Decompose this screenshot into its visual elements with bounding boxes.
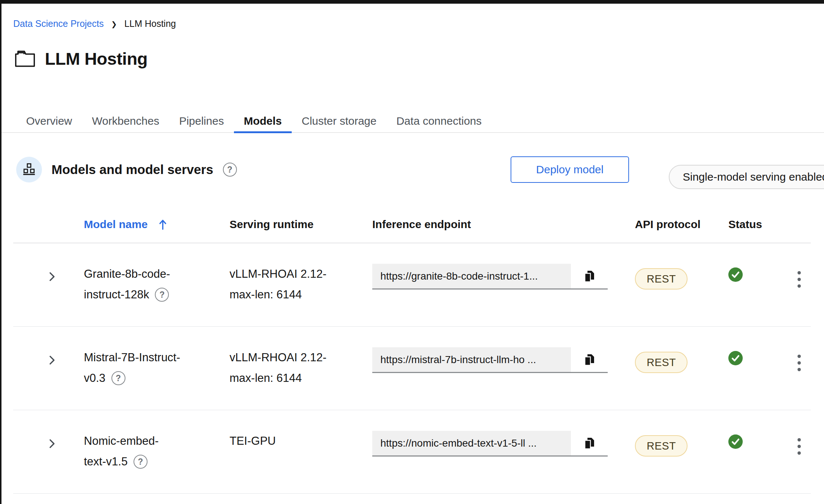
- serving-runtime-cell: TEI-GPU: [230, 410, 372, 493]
- tab-pipelines[interactable]: Pipelines: [169, 110, 234, 132]
- serving-runtime-cell: vLLM-RHOAI 2.12- max-len: 6144: [230, 327, 372, 410]
- copy-endpoint-button[interactable]: [571, 264, 608, 288]
- expand-row-button[interactable]: [47, 354, 57, 366]
- model-server-icon: [16, 157, 42, 182]
- project-folder-icon: [15, 50, 35, 67]
- table-row: Granite-8b-code- instruct-128k ? vLLM-RH…: [13, 243, 811, 327]
- section-title: Models and model servers: [52, 162, 213, 177]
- table-header-row: Model name Serving runtime Inference end…: [13, 206, 811, 243]
- model-help-icon[interactable]: ?: [111, 371, 125, 385]
- tab-models[interactable]: Models: [234, 110, 292, 132]
- kebab-menu-button[interactable]: [792, 352, 806, 410]
- table-row: Mistral-7B-Instruct- v0.3 ? vLLM-RHOAI 2…: [13, 327, 811, 410]
- project-tabs: Overview Workbenches Pipelines Models Cl…: [16, 110, 491, 132]
- model-help-icon[interactable]: ?: [155, 288, 169, 302]
- column-header-serving-runtime[interactable]: Serving runtime: [230, 218, 372, 231]
- copy-endpoint-button[interactable]: [571, 347, 608, 372]
- breadcrumb: Data Science Projects ❯ LLM Hosting: [13, 18, 176, 29]
- inference-endpoint-value[interactable]: https://granite-8b-code-instruct-1...: [372, 264, 571, 288]
- serving-mode-badge: Single-model serving enabled: [669, 165, 824, 189]
- section-help-icon[interactable]: ?: [223, 163, 237, 177]
- serving-runtime-cell: vLLM-RHOAI 2.12- max-len: 6144: [230, 243, 372, 326]
- column-header-status: Status: [728, 218, 787, 231]
- deploy-model-button[interactable]: Deploy model: [511, 156, 629, 183]
- expand-row-button[interactable]: [47, 437, 57, 450]
- tab-data-connections[interactable]: Data connections: [386, 110, 491, 132]
- api-protocol-badge: REST: [635, 268, 688, 290]
- status-success-icon: [728, 267, 743, 282]
- breadcrumb-link-projects[interactable]: Data Science Projects: [13, 18, 104, 29]
- model-name-cell: Granite-8b-code- instruct-128k ?: [84, 243, 230, 326]
- inference-endpoint-copy-group: https://nomic-embed-text-v1-5-ll ...: [372, 431, 608, 457]
- inference-endpoint-copy-group: https://granite-8b-code-instruct-1...: [372, 264, 608, 290]
- window-left-edge: [0, 0, 1, 504]
- status-success-icon: [728, 434, 743, 449]
- inference-endpoint-copy-group: https://mistral-7b-instruct-llm-ho ...: [372, 347, 608, 373]
- tab-overview[interactable]: Overview: [16, 110, 82, 132]
- table-row: Nomic-embed- text-v1.5 ? TEI-GPU https:/…: [13, 410, 811, 494]
- kebab-menu-button[interactable]: [792, 436, 806, 493]
- api-protocol-badge: REST: [635, 352, 688, 373]
- tab-workbenches[interactable]: Workbenches: [82, 110, 169, 132]
- copy-endpoint-button[interactable]: [571, 431, 608, 455]
- column-header-api-protocol: API protocol: [635, 218, 728, 231]
- model-name-cell: Nomic-embed- text-v1.5 ?: [84, 410, 230, 493]
- breadcrumb-current: LLM Hosting: [124, 18, 176, 29]
- model-help-icon[interactable]: ?: [134, 455, 148, 469]
- page-title: LLM Hosting: [45, 49, 148, 69]
- expand-row-button[interactable]: [47, 270, 57, 283]
- kebab-menu-button[interactable]: [792, 269, 806, 326]
- column-header-inference-endpoint: Inference endpoint: [372, 218, 635, 231]
- tabs-divider: [0, 132, 824, 133]
- models-table: Model name Serving runtime Inference end…: [13, 206, 811, 494]
- inference-endpoint-value[interactable]: https://mistral-7b-instruct-llm-ho ...: [372, 347, 571, 372]
- sort-ascending-icon[interactable]: [159, 219, 167, 230]
- inference-endpoint-value[interactable]: https://nomic-embed-text-v1-5-ll ...: [372, 431, 571, 455]
- masthead-bar: [0, 0, 824, 4]
- tab-cluster-storage[interactable]: Cluster storage: [292, 110, 386, 132]
- column-header-model-name[interactable]: Model name: [84, 218, 230, 231]
- model-name-cell: Mistral-7B-Instruct- v0.3 ?: [84, 327, 230, 410]
- status-success-icon: [728, 351, 743, 365]
- api-protocol-badge: REST: [635, 435, 688, 457]
- breadcrumb-chevron-icon: ❯: [111, 20, 117, 28]
